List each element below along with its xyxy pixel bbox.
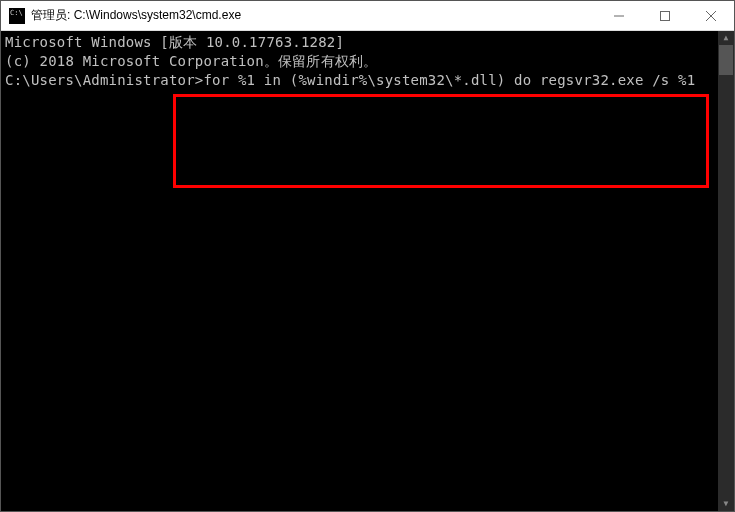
cmd-window: 管理员: C:\Windows\system32\cmd.exe Microso… xyxy=(0,0,735,512)
annotation-highlight-box xyxy=(173,94,709,188)
prompt: C:\Users\Administrator> xyxy=(5,72,203,88)
scrollbar-thumb[interactable] xyxy=(719,45,733,75)
terminal-prompt-line: C:\Users\Administrator>for %1 in (%windi… xyxy=(5,71,730,90)
title-bar[interactable]: 管理员: C:\Windows\system32\cmd.exe xyxy=(1,1,734,31)
cmd-icon xyxy=(9,8,25,24)
window-controls xyxy=(596,1,734,30)
window-title: 管理员: C:\Windows\system32\cmd.exe xyxy=(31,7,596,24)
maximize-button[interactable] xyxy=(642,1,688,30)
terminal-line: Microsoft Windows [版本 10.0.17763.1282] xyxy=(5,33,730,52)
scroll-up-arrow-icon[interactable]: ▲ xyxy=(718,31,734,45)
svg-rect-1 xyxy=(661,11,670,20)
scroll-down-arrow-icon[interactable]: ▼ xyxy=(718,497,734,511)
terminal[interactable]: Microsoft Windows [版本 10.0.17763.1282] (… xyxy=(1,31,734,511)
minimize-button[interactable] xyxy=(596,1,642,30)
close-button[interactable] xyxy=(688,1,734,30)
vertical-scrollbar[interactable]: ▲ ▼ xyxy=(718,31,734,511)
command-text: for %1 in (%windir%\system32\*.dll) do r… xyxy=(203,72,695,88)
terminal-line: (c) 2018 Microsoft Corporation。保留所有权利。 xyxy=(5,52,730,71)
